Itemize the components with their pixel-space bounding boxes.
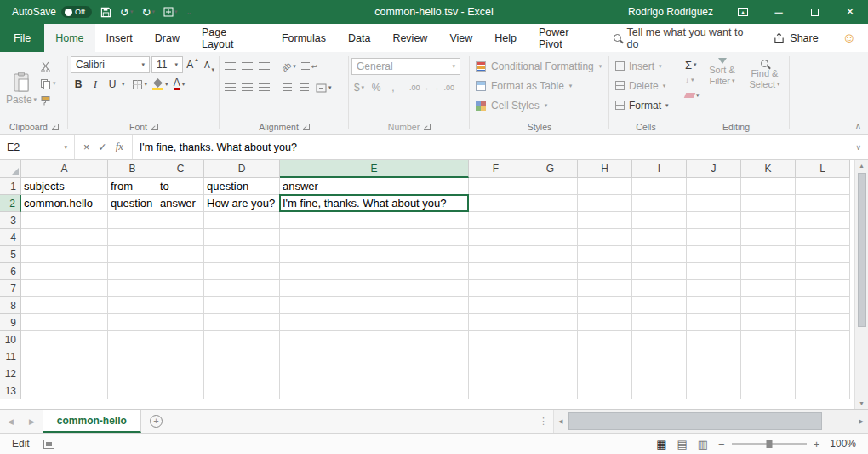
column-header-J[interactable]: J: [687, 160, 741, 178]
cell-G4[interactable]: [523, 229, 578, 246]
redo-button[interactable]: ↻▾: [141, 6, 154, 19]
row-header-12[interactable]: 12: [0, 365, 21, 382]
scroll-right-icon[interactable]: ▶: [855, 418, 868, 425]
cell-L8[interactable]: [796, 297, 850, 314]
copy-button[interactable]: ▾: [40, 77, 56, 90]
cell-L4[interactable]: [796, 229, 850, 246]
row-header-8[interactable]: 8: [0, 297, 21, 314]
tab-power-pivot[interactable]: Power Pivot: [528, 24, 605, 52]
row-header-10[interactable]: 10: [0, 331, 21, 348]
paste-button[interactable]: Paste▾: [3, 55, 40, 119]
cell-J3[interactable]: [687, 212, 741, 229]
column-header-K[interactable]: K: [741, 160, 796, 178]
cell-E3[interactable]: [280, 212, 469, 229]
cell-G9[interactable]: [523, 314, 578, 331]
conditional-formatting-button[interactable]: Conditional Formatting▾: [472, 56, 607, 76]
cell-C10[interactable]: [157, 331, 204, 348]
collapse-ribbon-icon[interactable]: ∧: [855, 121, 861, 130]
row-header-3[interactable]: 3: [0, 212, 21, 229]
column-header-C[interactable]: C: [157, 160, 204, 178]
cell-K1[interactable]: [741, 178, 796, 195]
cell-E7[interactable]: [280, 280, 469, 297]
italic-button[interactable]: I: [88, 76, 103, 93]
cell-D9[interactable]: [204, 314, 280, 331]
insert-function-button[interactable]: fx: [116, 141, 123, 153]
cell-F8[interactable]: [469, 297, 523, 314]
align-left-button[interactable]: [222, 79, 237, 96]
cell-H12[interactable]: [578, 365, 632, 382]
cell-F10[interactable]: [469, 331, 523, 348]
cell-styles-button[interactable]: Cell Styles▾: [472, 95, 607, 115]
cell-K2[interactable]: [741, 195, 796, 212]
cell-A13[interactable]: [21, 382, 108, 399]
cell-A7[interactable]: [21, 280, 108, 297]
cell-B8[interactable]: [108, 297, 157, 314]
cell-D8[interactable]: [204, 297, 280, 314]
cell-L5[interactable]: [796, 246, 850, 263]
sheet-nav-right-icon[interactable]: ▶: [21, 410, 43, 433]
tab-review[interactable]: Review: [381, 24, 438, 52]
cell-D5[interactable]: [204, 246, 280, 263]
grow-font-button[interactable]: A▴: [185, 56, 200, 73]
cell-K8[interactable]: [741, 297, 796, 314]
cell-F1[interactable]: [469, 178, 523, 195]
cell-K3[interactable]: [741, 212, 796, 229]
cell-E1[interactable]: answer: [280, 178, 469, 195]
increase-indent-button[interactable]: [297, 79, 312, 96]
cell-J8[interactable]: [687, 297, 741, 314]
cell-E10[interactable]: [280, 331, 469, 348]
cell-C7[interactable]: [157, 280, 204, 297]
cell-F3[interactable]: [469, 212, 523, 229]
cell-H9[interactable]: [578, 314, 632, 331]
cell-B10[interactable]: [108, 331, 157, 348]
cell-G1[interactable]: [523, 178, 578, 195]
clear-button[interactable]: ▾: [685, 89, 700, 102]
bottom-align-button[interactable]: [256, 58, 271, 75]
cell-H5[interactable]: [578, 246, 632, 263]
formula-bar-expand-icon[interactable]: ∨: [848, 135, 868, 159]
cell-F6[interactable]: [469, 263, 523, 280]
page-layout-view-button[interactable]: ▤: [677, 438, 688, 451]
cell-C3[interactable]: [157, 212, 204, 229]
cell-I9[interactable]: [632, 314, 687, 331]
shrink-font-button[interactable]: A▾: [202, 56, 217, 73]
increase-decimal-button[interactable]: .00→: [408, 79, 431, 96]
cell-F5[interactable]: [469, 246, 523, 263]
alignment-dialog-launcher-icon[interactable]: [303, 124, 310, 130]
tab-home[interactable]: Home: [44, 24, 94, 52]
cell-B1[interactable]: from: [108, 178, 157, 195]
share-button[interactable]: Share: [762, 24, 830, 52]
cell-A6[interactable]: [21, 263, 108, 280]
cell-B11[interactable]: [108, 348, 157, 365]
cell-H2[interactable]: [578, 195, 632, 212]
align-center-button[interactable]: [239, 79, 254, 96]
cell-L1[interactable]: [796, 178, 850, 195]
cell-A3[interactable]: [21, 212, 108, 229]
orientation-button[interactable]: ab▾: [280, 58, 298, 75]
format-as-table-button[interactable]: Format as Table▾: [472, 76, 607, 95]
tab-splitter-handle[interactable]: ⋮: [534, 410, 553, 433]
cell-H7[interactable]: [578, 280, 632, 297]
scroll-down-icon[interactable]: ▼: [859, 398, 865, 409]
tab-file[interactable]: File: [0, 24, 44, 52]
page-break-view-button[interactable]: ▥: [698, 438, 708, 451]
cell-I7[interactable]: [632, 280, 687, 297]
cell-J1[interactable]: [687, 178, 741, 195]
sheet-nav-left-icon[interactable]: ◀: [0, 410, 21, 433]
cell-L6[interactable]: [796, 263, 850, 280]
cell-J4[interactable]: [687, 229, 741, 246]
cell-K11[interactable]: [741, 348, 796, 365]
cell-L2[interactable]: [796, 195, 850, 212]
row-header-13[interactable]: 13: [0, 382, 21, 399]
macro-record-icon[interactable]: [43, 440, 54, 449]
cell-J11[interactable]: [687, 348, 741, 365]
column-header-A[interactable]: A: [21, 160, 108, 178]
zoom-level[interactable]: 100%: [830, 438, 856, 450]
number-format-combo[interactable]: General▾: [351, 58, 460, 75]
cell-J2[interactable]: [687, 195, 741, 212]
select-all-corner[interactable]: [0, 160, 21, 178]
user-name[interactable]: Rodrigo Rodriguez: [628, 6, 713, 18]
cell-E2[interactable]: I'm fine, thanks. What about you?: [280, 195, 469, 212]
column-header-D[interactable]: D: [204, 160, 280, 178]
autosum-button[interactable]: Σ▾: [685, 58, 700, 72]
